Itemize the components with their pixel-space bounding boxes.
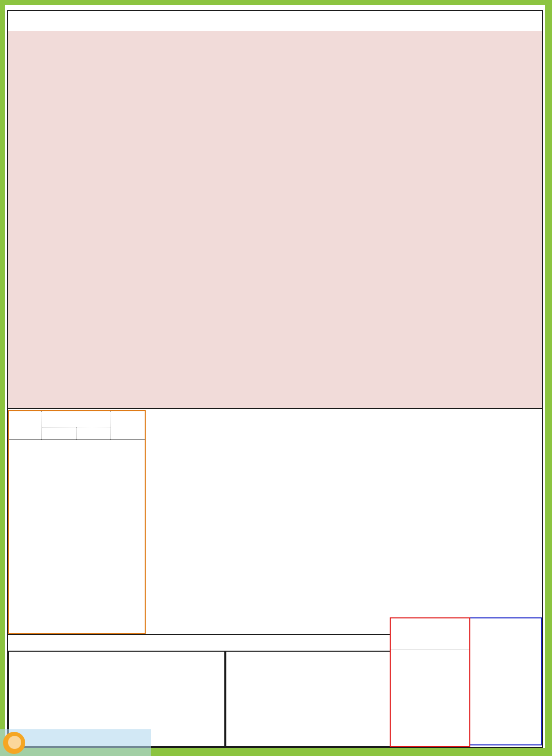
mapping-table-right (225, 651, 391, 747)
counts-column-group (42, 411, 111, 439)
page-frame (5, 5, 545, 748)
zodiac-column-header (9, 411, 42, 439)
mapping-table-left (8, 651, 225, 747)
empty-grid (470, 617, 542, 745)
frequency-grid (146, 410, 542, 634)
recent-period-header (111, 411, 145, 439)
limits-header (391, 618, 469, 650)
statistics-board (0, 0, 552, 756)
zodiac-stats-header (9, 411, 145, 440)
unseen-zodiac-limits-box (390, 617, 470, 747)
after-change-header (77, 427, 111, 439)
table-border-box (7, 10, 543, 748)
draw-history-area (8, 31, 542, 409)
counts-group-header (42, 411, 110, 427)
zodiac-stats-rows (9, 440, 145, 633)
mapping-note (8, 635, 390, 651)
counts-subheaders (42, 427, 110, 439)
before-change-header (42, 427, 77, 439)
limits-rows (391, 650, 469, 746)
zodiac-stats-table (8, 410, 146, 634)
page-title (8, 11, 542, 31)
